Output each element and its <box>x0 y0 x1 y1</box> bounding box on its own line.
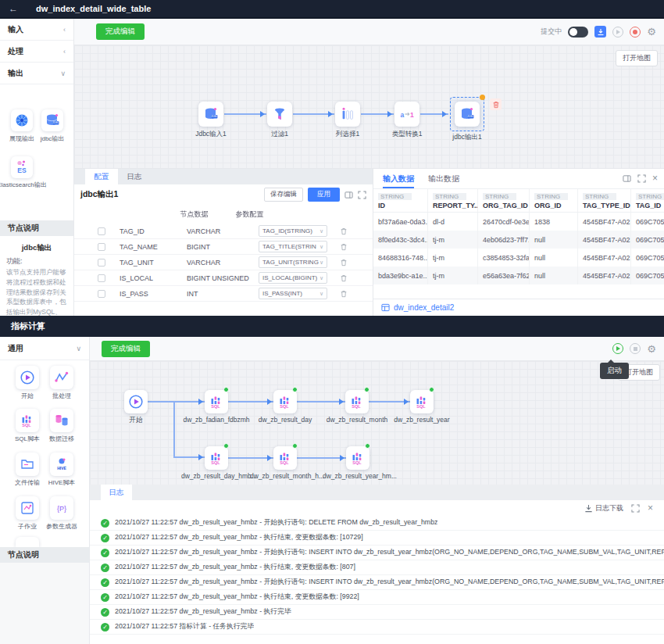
flow-node-start[interactable] <box>124 390 148 413</box>
tab-input-data[interactable]: 输入数据 <box>383 174 414 188</box>
bottom-node-palette-sidebar: 通用 ∨ 开始 批处理 SQL SQL脚本 数据迁移 文件传输 HIVE HIV… <box>0 337 90 644</box>
row-checkbox[interactable] <box>98 259 105 267</box>
palette-item-start[interactable] <box>16 366 39 389</box>
fullscreen-icon[interactable] <box>637 174 646 183</box>
flow-node-filter[interactable] <box>267 102 292 127</box>
bottom-flow-canvas[interactable]: 打开地图 开始 SQL dw_zb_fadian_fdbzmh SQL dw_z… <box>90 361 664 485</box>
sql-icon: SQL <box>350 450 366 466</box>
fullscreen-icon[interactable] <box>358 191 366 199</box>
palette-item-elasticsearch-output[interactable]: ES <box>11 156 33 178</box>
sidebar-group-process[interactable]: 处理 ‹ <box>0 41 73 63</box>
palette-item-param-generator[interactable]: {P} <box>50 496 73 520</box>
flow-node-type-convert[interactable]: a1 <box>394 102 419 127</box>
settings-gear-icon[interactable]: ⚙ <box>647 27 656 37</box>
batch-icon <box>54 370 70 385</box>
mapping-select[interactable]: TAG_UNIT(STRING∨ <box>259 256 327 268</box>
row-checkbox[interactable] <box>98 274 105 282</box>
palette-item-file-transfer[interactable] <box>16 453 39 476</box>
delete-node-button[interactable] <box>490 98 502 110</box>
palette-item-display-output[interactable] <box>11 109 33 131</box>
dataset-tab[interactable]: dw_index_detail2 <box>394 303 454 312</box>
flow-node-sql[interactable]: SQL <box>205 390 228 413</box>
flow-node-sql[interactable]: SQL <box>205 446 228 470</box>
table-icon <box>381 303 390 312</box>
sidebar-group-input[interactable]: 输入 ‹ <box>0 19 73 41</box>
save-edit-button[interactable]: 保存编辑 <box>264 188 303 202</box>
palette-item-data-migrate[interactable] <box>50 409 73 432</box>
save-submit-icon[interactable] <box>594 26 606 38</box>
node-status-dot-success <box>223 387 229 392</box>
delete-row-button[interactable] <box>340 259 348 267</box>
delete-row-button[interactable] <box>340 243 348 251</box>
step-node-data[interactable]: 节点数据 <box>171 208 221 221</box>
start-run-icon[interactable] <box>612 343 623 354</box>
log-download-button[interactable]: 日志下载 <box>584 503 623 513</box>
palette-item-partial[interactable] <box>16 537 39 547</box>
finish-edit-button[interactable]: 完成编辑 <box>102 341 150 357</box>
fullscreen-icon[interactable] <box>631 504 640 513</box>
field-mapping-row: IS_LOCAL BIGINT UNSIGNED IS_LOCAL(BIGINT… <box>74 270 373 286</box>
flow-edge <box>173 456 205 458</box>
flow-node-sql[interactable]: SQL <box>410 390 434 413</box>
flow-node-sql[interactable]: SQL <box>273 446 297 470</box>
delete-row-button[interactable] <box>340 290 348 298</box>
node-info-func-label: 功能: <box>6 256 23 267</box>
delete-row-button[interactable] <box>340 274 348 282</box>
close-icon[interactable]: × <box>652 174 658 183</box>
flow-node-sql[interactable]: SQL <box>345 390 369 413</box>
stop-icon[interactable] <box>630 27 641 38</box>
tab-config[interactable]: 配置 <box>85 169 118 184</box>
mapping-select[interactable]: IS_LOCAL(BIGINT)∨ <box>259 272 327 284</box>
mapping-select[interactable]: IS_PASS(INT)∨ <box>259 288 327 299</box>
palette-item-sql-script[interactable]: SQL <box>16 409 39 432</box>
log-toolbar: 日志下载 × <box>90 500 664 516</box>
column-select-icon <box>340 106 355 122</box>
flow-node-jdbc-output[interactable]: JDBC <box>455 102 480 127</box>
flow-node-sql[interactable]: SQL <box>346 446 369 470</box>
svg-text:SQL: SQL <box>416 404 426 409</box>
submit-toggle[interactable] <box>568 27 588 38</box>
open-map-button[interactable]: 打开地图 <box>616 50 658 66</box>
col-type: STRING <box>534 193 568 200</box>
settings-gear-icon[interactable]: ⚙ <box>647 344 656 354</box>
node-status-dot-success <box>223 443 229 449</box>
mapping-select[interactable]: TAG_TITLE(STRIN∨ <box>259 241 327 252</box>
tab-log[interactable]: 日志 <box>101 485 132 500</box>
apply-button[interactable]: 应用 <box>308 188 340 202</box>
top-flow-canvas[interactable]: 打开地图 JDBC Jdbc输入1 过滤1 列选择1 a1 类型转换1 JDBC… <box>74 45 664 168</box>
palette-item-subjob[interactable] <box>16 496 39 520</box>
sidebar-group-output[interactable]: 输出 ∨ <box>0 63 73 84</box>
svg-text:SQL: SQL <box>280 404 289 409</box>
stop-icon[interactable] <box>630 343 641 354</box>
palette-item-jdbc-output[interactable]: JDBC <box>41 109 63 131</box>
trash-icon <box>492 101 500 109</box>
row-checkbox[interactable] <box>98 243 105 251</box>
flow-node-column-select[interactable] <box>335 102 360 127</box>
close-icon[interactable]: × <box>648 503 653 513</box>
row-checkbox[interactable] <box>98 227 105 235</box>
palette-item-hive-script[interactable]: HIVE <box>50 453 73 476</box>
tab-output-data[interactable]: 输出数据 <box>428 174 459 188</box>
finish-edit-button[interactable]: 完成编辑 <box>96 23 145 40</box>
flow-node-jdbc-input[interactable]: JDBC <box>198 102 223 127</box>
start-tooltip: 启动 <box>600 363 629 379</box>
param-generator-icon: {P} <box>54 500 70 516</box>
log-list[interactable]: ✓2021/10/27 11:22:57 dw_zb_result_year_h… <box>90 516 664 644</box>
palette-item-label: jdbc输出 <box>35 134 70 143</box>
back-button[interactable]: ← <box>0 3 27 14</box>
sidebar-group-general[interactable]: 通用 ∨ <box>0 337 89 360</box>
chevron-left-icon: ‹ <box>63 26 66 34</box>
dock-panel-icon[interactable] <box>623 174 631 183</box>
row-checkbox[interactable] <box>98 290 105 298</box>
chevron-down-icon: ∨ <box>76 345 81 352</box>
svg-text:SQL: SQL <box>280 460 289 465</box>
tab-log[interactable]: 日志 <box>118 169 151 184</box>
palette-item-batch[interactable] <box>50 366 73 389</box>
sql-icon: SQL <box>414 394 430 410</box>
run-icon[interactable] <box>612 27 623 38</box>
flow-node-sql[interactable]: SQL <box>273 390 297 413</box>
step-param-config[interactable]: 参数配置 <box>223 208 277 221</box>
mapping-select[interactable]: TAG_ID(STRING)∨ <box>259 225 327 237</box>
dock-panel-icon[interactable] <box>344 191 353 199</box>
delete-row-button[interactable] <box>340 227 348 235</box>
